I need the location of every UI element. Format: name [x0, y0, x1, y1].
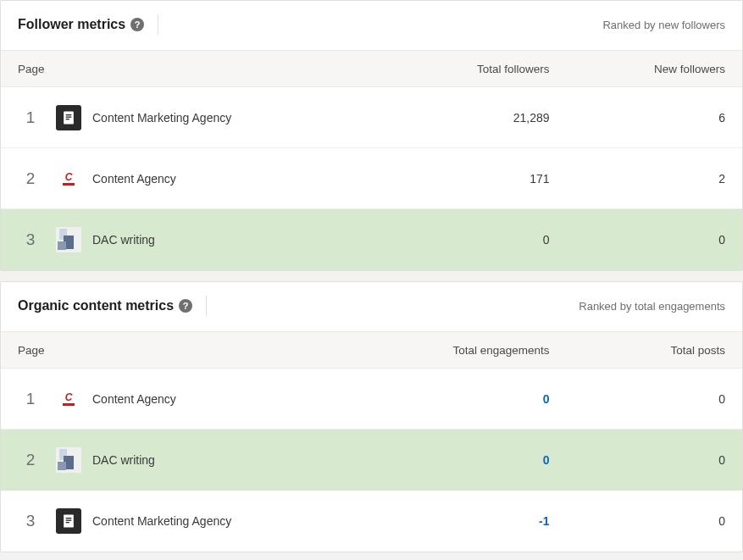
- rank-number: 1: [1, 390, 52, 408]
- table-row[interactable]: 3Content Marketing Agency-10: [1, 491, 742, 552]
- divider: [158, 14, 158, 35]
- table-row[interactable]: 2DAC writing00: [1, 430, 742, 491]
- column-metric-1: Total followers: [374, 63, 550, 75]
- page-name: DAC writing: [86, 453, 374, 467]
- metric-value-2: 0: [550, 453, 726, 467]
- metric-value-2: 0: [550, 233, 726, 247]
- metric-value-2: 6: [550, 111, 726, 125]
- metric-value-1[interactable]: 0: [374, 392, 550, 406]
- page-avatar: C: [56, 166, 81, 191]
- metric-value-1: 0: [374, 233, 550, 247]
- panel-header: Follower metrics?Ranked by new followers: [1, 1, 742, 50]
- page-name: Content Agency: [86, 392, 374, 406]
- metrics-panel: Follower metrics?Ranked by new followers…: [0, 0, 743, 271]
- column-metric-1: Total engagements: [374, 344, 550, 357]
- panel-header: Organic content metrics?Ranked by total …: [1, 282, 742, 331]
- metrics-panel: Organic content metrics?Ranked by total …: [0, 281, 743, 552]
- column-page: Page: [1, 63, 374, 75]
- metric-value-2: 0: [550, 514, 726, 528]
- metric-value-1: 171: [374, 172, 550, 186]
- logo-glyph: C: [65, 172, 73, 182]
- metric-value-2: 0: [550, 392, 726, 406]
- page-avatar: C: [56, 386, 81, 412]
- rank-number: 3: [1, 230, 52, 249]
- panel-title: Follower metrics: [18, 17, 125, 32]
- table-header: PageTotal engagementsTotal posts: [1, 331, 742, 369]
- document-icon: [60, 513, 77, 530]
- metric-value-1[interactable]: 0: [374, 453, 550, 467]
- rank-number: 1: [1, 108, 52, 127]
- table-row[interactable]: 2CContent Agency1712: [1, 148, 742, 209]
- page-avatar: [56, 227, 81, 252]
- metric-value-2: 2: [550, 172, 726, 186]
- column-metric-2: Total posts: [550, 344, 726, 357]
- document-icon: [60, 109, 77, 126]
- page-name: Content Marketing Agency: [86, 111, 374, 125]
- rank-number: 3: [1, 512, 52, 530]
- help-icon[interactable]: ?: [130, 18, 144, 31]
- logo-glyph: C: [65, 392, 73, 402]
- rank-number: 2: [1, 451, 52, 469]
- logo-bar: [63, 183, 75, 186]
- logo-bar: [63, 403, 75, 406]
- page-avatar: [56, 447, 81, 473]
- panel-title: Organic content metrics: [18, 298, 174, 313]
- divider: [206, 296, 207, 316]
- page-avatar: [56, 105, 81, 130]
- page-name: DAC writing: [86, 233, 374, 247]
- table-header: PageTotal followersNew followers: [1, 50, 742, 87]
- column-page: Page: [1, 344, 374, 357]
- metric-value-1[interactable]: -1: [374, 514, 550, 528]
- help-icon[interactable]: ?: [179, 299, 192, 313]
- panel-subtitle: Ranked by total engagements: [579, 300, 725, 313]
- page-name: Content Marketing Agency: [86, 514, 374, 528]
- page-avatar: [56, 508, 81, 534]
- column-metric-2: New followers: [550, 63, 726, 75]
- page-name: Content Agency: [86, 172, 374, 186]
- table-row[interactable]: 3DAC writing00: [1, 209, 742, 270]
- table-row[interactable]: 1CContent Agency00: [1, 369, 742, 430]
- rank-number: 2: [1, 169, 52, 188]
- metric-value-1: 21,289: [374, 111, 550, 125]
- panel-subtitle: Ranked by new followers: [602, 19, 725, 31]
- table-row[interactable]: 1Content Marketing Agency21,2896: [1, 87, 742, 148]
